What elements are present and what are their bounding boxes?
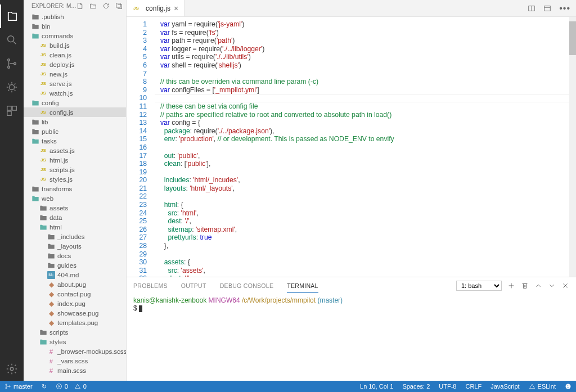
tree-item[interactable]: ◆showcase.pug — [24, 308, 126, 318]
svg-point-4 — [9, 84, 14, 89]
tree-item[interactable]: tasks — [24, 136, 126, 146]
explorer-icon[interactable] — [0, 4, 24, 28]
tree-item[interactable]: lib — [24, 117, 126, 127]
tree-item[interactable]: guides — [24, 260, 126, 270]
collapse-icon[interactable] — [115, 2, 123, 10]
tree-item[interactable]: public — [24, 127, 126, 136]
tree-item[interactable]: .publish — [24, 12, 126, 21]
tree-item[interactable]: JSassets.js — [24, 146, 126, 155]
tree-item[interactable]: ◆about.pug — [24, 280, 126, 289]
svg-point-0 — [8, 36, 14, 42]
svg-rect-7 — [7, 111, 11, 115]
add-terminal-icon[interactable] — [507, 282, 515, 290]
tree-item[interactable]: JSclean.js — [24, 50, 126, 60]
status-spaces[interactable]: Spaces: 2 — [398, 383, 434, 390]
svg-rect-5 — [7, 106, 11, 110]
activity-bar — [0, 0, 24, 381]
panel-tab-problems[interactable]: PROBLEMS — [133, 279, 168, 292]
tree-item[interactable]: bin — [24, 21, 126, 31]
svg-point-14 — [9, 386, 10, 387]
file-tree[interactable]: .publishbincommandsJSbuild.jsJSclean.jsJ… — [24, 12, 126, 381]
svg-point-13 — [6, 388, 7, 389]
tree-item[interactable]: JSdeploy.js — [24, 60, 126, 69]
tree-item[interactable]: transforms — [24, 184, 126, 193]
tree-item[interactable]: _includes — [24, 232, 126, 241]
status-errors[interactable]: 0 0 — [51, 383, 91, 390]
tree-item[interactable]: JSconfig.js — [24, 107, 126, 117]
svg-point-1 — [8, 59, 10, 61]
tree-item[interactable]: JSbuild.js — [24, 40, 126, 50]
terminal[interactable]: kanis@kanishk-zenbook MINGW64 /c/Work/pr… — [127, 294, 576, 381]
tree-item[interactable]: styles — [24, 337, 126, 346]
svg-point-8 — [10, 367, 14, 371]
search-icon[interactable] — [0, 28, 24, 52]
tree-item[interactable]: ◆contact.pug — [24, 289, 126, 299]
svg-point-18 — [569, 385, 569, 386]
tab-bar: JS config.js × ••• — [127, 0, 576, 17]
status-position[interactable]: Ln 10, Col 1 — [356, 383, 398, 390]
tab-config-js[interactable]: JS config.js × — [127, 0, 184, 16]
status-sync[interactable]: ↻ — [37, 383, 51, 390]
svg-point-2 — [8, 66, 10, 69]
settings-icon[interactable] — [0, 357, 24, 381]
kill-terminal-icon[interactable] — [521, 282, 529, 290]
tree-item[interactable]: ◆index.pug — [24, 299, 126, 308]
new-folder-icon[interactable] — [89, 2, 97, 10]
close-panel-icon[interactable] — [561, 282, 569, 290]
chevron-down-icon[interactable] — [548, 282, 556, 290]
tree-item[interactable]: #_vars.scss — [24, 356, 126, 366]
panel-tab-debug[interactable]: DEBUG CONSOLE — [220, 279, 274, 292]
svg-rect-9 — [116, 3, 120, 7]
split-icon[interactable] — [528, 4, 536, 12]
more-icon[interactable]: ••• — [559, 3, 570, 13]
tree-item[interactable]: JSnew.js — [24, 69, 126, 79]
tree-item[interactable]: M↓404.md — [24, 270, 126, 280]
status-branch[interactable]: master — [0, 383, 37, 390]
tree-item[interactable]: scripts — [24, 327, 126, 337]
tree-item[interactable]: commands — [24, 31, 126, 40]
debug-icon[interactable] — [0, 75, 24, 99]
tree-item[interactable]: _layouts — [24, 241, 126, 251]
js-icon: JS — [132, 4, 140, 12]
new-file-icon[interactable] — [76, 2, 84, 10]
tree-item[interactable]: #main.scss — [24, 366, 126, 375]
tree-item[interactable]: JSscripts.js — [24, 165, 126, 174]
status-lang[interactable]: JavaScript — [486, 383, 524, 390]
svg-rect-11 — [544, 6, 551, 11]
svg-point-3 — [14, 62, 16, 65]
status-linter[interactable]: ESLint — [524, 383, 560, 390]
tree-item[interactable]: data — [24, 213, 126, 222]
tree-item[interactable]: ◆templates.pug — [24, 318, 126, 327]
tree-item[interactable]: config — [24, 98, 126, 107]
maximize-icon[interactable] — [534, 282, 542, 290]
tree-item[interactable]: JSwatch.js — [24, 88, 126, 98]
svg-point-17 — [567, 385, 568, 386]
tree-item[interactable]: docs — [24, 251, 126, 260]
layout-icon[interactable] — [543, 4, 551, 12]
svg-rect-6 — [12, 106, 16, 110]
refresh-icon[interactable] — [102, 2, 110, 10]
tree-item[interactable]: html — [24, 222, 126, 232]
tab-label: config.js — [146, 4, 170, 12]
tree-item[interactable]: JSserve.js — [24, 79, 126, 88]
terminal-selector[interactable]: 1: bash — [456, 281, 502, 291]
status-encoding[interactable]: UTF-8 — [434, 383, 461, 390]
panel-tab-terminal[interactable]: TERMINAL — [287, 279, 318, 293]
tree-item[interactable]: JShtml.js — [24, 155, 126, 165]
close-icon[interactable]: × — [174, 4, 178, 13]
extensions-icon[interactable] — [0, 99, 24, 123]
scrollbar[interactable] — [569, 17, 576, 277]
tree-item[interactable]: JSstyles.js — [24, 174, 126, 184]
explorer-sidebar: EXPLORER: M... .publishbincommandsJSbuil… — [24, 0, 126, 381]
svg-point-16 — [566, 384, 571, 389]
source-control-icon[interactable] — [0, 52, 24, 75]
status-eol[interactable]: CRLF — [461, 383, 486, 390]
bottom-panel: PROBLEMS OUTPUT DEBUG CONSOLE TERMINAL 1… — [127, 277, 576, 381]
tree-item[interactable]: assets — [24, 203, 126, 213]
svg-point-12 — [6, 384, 7, 385]
status-feedback-icon[interactable] — [560, 383, 576, 390]
code-editor[interactable]: 1234567891011121314151617181920212223242… — [127, 17, 576, 277]
panel-tab-output[interactable]: OUTPUT — [181, 279, 206, 292]
tree-item[interactable]: web — [24, 193, 126, 203]
tree-item[interactable]: #_browser-mockups.scss — [24, 346, 126, 356]
